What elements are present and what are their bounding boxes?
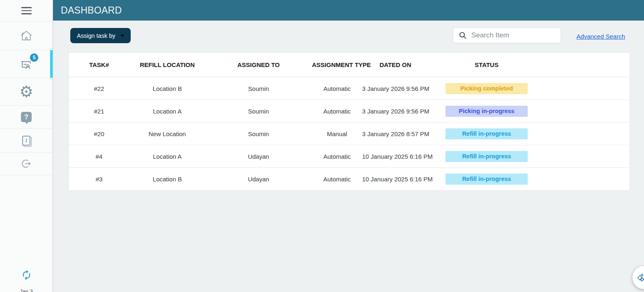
cell-assigned-to: Soumin	[205, 130, 312, 137]
cell-assignment-type: Automatic	[312, 176, 362, 183]
cell-dated-on: 3 January 2026 9:56 PM	[362, 85, 429, 92]
cell-task-number: #20	[69, 130, 129, 137]
cell-task-number: #3	[69, 176, 129, 183]
status-badge: Picking completed	[445, 83, 528, 94]
search-box	[453, 28, 561, 43]
info-icon: i	[22, 136, 30, 146]
status-badge: Refill in-progress	[445, 128, 528, 139]
refresh-icon	[21, 269, 32, 282]
cell-dated-on: 3 January 2026 8:57 PM	[362, 130, 429, 137]
column-header-assignment-type: ASSIGNMENT TYPE	[312, 61, 362, 68]
cell-assignment-type: Automatic	[312, 85, 362, 92]
page-title: DASHBOARD	[53, 5, 122, 16]
cell-assigned-to: Udayan	[205, 153, 312, 160]
home-icon	[20, 30, 33, 42]
sidebar-item-settings[interactable]: ⚙	[0, 78, 53, 106]
main-content: Assign task by Advanced Search TASK# REF…	[53, 21, 644, 292]
footer-date-label: Jan 3	[0, 288, 53, 292]
cell-assignment-type: Automatic	[312, 108, 362, 115]
tasks-icon: 5	[20, 58, 33, 70]
table-row[interactable]: #20 New Location Soumin Manual 3 January…	[69, 123, 630, 145]
topbar: DASHBOARD	[53, 0, 644, 21]
active-indicator	[50, 50, 53, 78]
cell-assignment-type: Manual	[312, 130, 362, 137]
cell-dated-on: 10 January 2025 6:16 PM	[362, 176, 429, 183]
table-row[interactable]: #4 Location A Udayan Automatic 10 Januar…	[69, 145, 630, 168]
cell-assignment-type: Automatic	[312, 153, 362, 160]
sidebar-item-info[interactable]: i	[0, 129, 53, 153]
cell-refill-location: Location B	[129, 85, 205, 92]
assign-task-by-label: Assign task by	[77, 32, 115, 39]
table-header-row: TASK# REFILL LOCATION ASSIGNED TO ASSIGN…	[69, 53, 630, 77]
help-icon: ?	[21, 112, 32, 122]
cell-refill-location: Location A	[129, 108, 205, 115]
column-header-refill-location: REFILL LOCATION	[129, 61, 205, 68]
status-badge: Picking in-progress	[445, 106, 528, 117]
cell-task-number: #21	[69, 108, 129, 115]
cell-assigned-to: Soumin	[205, 108, 312, 115]
chevron-down-icon	[120, 35, 125, 37]
menu-icon	[21, 7, 32, 14]
column-header-status: STATUS	[429, 61, 545, 68]
cell-assigned-to: Udayan	[205, 176, 312, 183]
cell-refill-location: New Location	[129, 130, 205, 137]
assign-task-by-button[interactable]: Assign task by	[70, 28, 131, 43]
sidebar-item-home[interactable]	[0, 22, 53, 50]
sidebar: 5 ⚙ ? i Jan 3	[0, 0, 53, 292]
advanced-search-link[interactable]: Advanced Search	[577, 33, 625, 40]
logout-icon	[20, 158, 32, 169]
cell-task-number: #22	[69, 85, 129, 92]
cell-refill-location: Location B	[129, 176, 205, 183]
sidebar-item-help[interactable]: ?	[0, 106, 53, 129]
column-header-task: TASK#	[69, 61, 129, 68]
sidebar-item-logout[interactable]	[0, 153, 53, 175]
status-badge: Refill in-progress	[445, 151, 528, 162]
settings-icon: ⚙	[19, 84, 33, 100]
column-header-dated-on: DATED ON	[362, 61, 429, 68]
search-icon	[459, 31, 467, 39]
cell-refill-location: Location A	[129, 153, 205, 160]
tasks-table: TASK# REFILL LOCATION ASSIGNED TO ASSIGN…	[68, 52, 630, 191]
status-badge: Refill in-progress	[445, 174, 528, 185]
cell-task-number: #4	[69, 153, 129, 160]
column-header-assigned-to: ASSIGNED TO	[205, 61, 312, 68]
search-input[interactable]	[471, 31, 561, 39]
sidebar-item-menu[interactable]	[0, 0, 53, 22]
table-row[interactable]: #22 Location B Soumin Automatic 3 Januar…	[69, 77, 630, 100]
table-row[interactable]: #3 Location B Udayan Automatic 10 Januar…	[69, 168, 630, 190]
cell-assigned-to: Soumin	[205, 85, 312, 92]
cell-dated-on: 3 January 2026 9:56 PM	[362, 108, 429, 115]
table-row[interactable]: #21 Location A Soumin Automatic 3 Januar…	[69, 100, 630, 123]
sidebar-item-tasks[interactable]: 5	[0, 50, 53, 78]
task-count-badge: 5	[30, 53, 39, 62]
cell-dated-on: 10 January 2025 6:16 PM	[362, 153, 429, 160]
refresh-button[interactable]	[0, 269, 53, 282]
